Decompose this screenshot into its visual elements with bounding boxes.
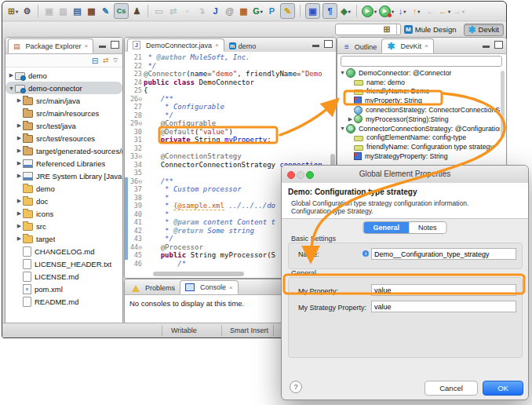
collapse-arrow-icon[interactable]: ▼ bbox=[339, 70, 346, 75]
open-perspective-icon[interactable]: ⊞ bbox=[381, 23, 393, 37]
code-line-30[interactable]: 30 @Default("value") bbox=[125, 128, 336, 137]
expand-arrow-icon[interactable]: ▶ bbox=[16, 198, 23, 204]
my-strategy-property-field[interactable] bbox=[371, 301, 516, 312]
settings-gear-icon[interactable]: ⚙ bbox=[21, 4, 33, 18]
pkg-item-target[interactable]: ▶target bbox=[5, 232, 122, 245]
close-icon[interactable]: × bbox=[425, 42, 428, 49]
pkg-item-referenced-libraries[interactable]: ▶Referenced Libraries bbox=[5, 157, 122, 170]
user-lock-icon[interactable]: ♟ bbox=[131, 4, 143, 18]
profile-icon[interactable]: ▶▾ bbox=[379, 4, 394, 18]
mule-edit-icon[interactable]: ✎ bbox=[100, 4, 111, 18]
tab-outline[interactable]: ≡ Outline bbox=[340, 40, 381, 53]
pkg-item-pom-xml[interactable]: xpom.xml bbox=[5, 283, 122, 295]
pkg-item-src-main-resources[interactable]: src/main/resources bbox=[5, 107, 122, 119]
expand-arrow-icon[interactable]: ▶ bbox=[8, 72, 15, 78]
close-icon[interactable]: × bbox=[229, 284, 233, 291]
dropdown-arrow-icon[interactable]: ▾ bbox=[16, 9, 18, 14]
perspective-devkit[interactable]: ✱ Devkit bbox=[464, 24, 504, 36]
fold-icon[interactable]: ⊖ bbox=[138, 178, 142, 185]
expand-arrow-icon[interactable]: ▶ bbox=[16, 173, 23, 179]
fold-icon[interactable]: ⊖ bbox=[138, 96, 142, 103]
code-line-23[interactable]: 23@Connector(name="demo", friendlyName="… bbox=[125, 70, 336, 78]
ok-button[interactable]: OK bbox=[483, 381, 523, 396]
expand-arrow-icon[interactable]: ▶ bbox=[16, 160, 23, 166]
snapshot-icon[interactable]: ▦ bbox=[86, 4, 97, 18]
annotation-icon[interactable]: @ bbox=[224, 4, 235, 18]
javadoc-icon[interactable]: J bbox=[210, 4, 221, 18]
print-icon[interactable]: ▤ bbox=[71, 4, 83, 18]
dropdown-arrow-icon[interactable]: ▾ bbox=[403, 9, 406, 14]
expand-arrow-icon[interactable]: ▶ bbox=[16, 148, 23, 154]
pkg-item-demo[interactable]: demo bbox=[5, 182, 122, 195]
minimize-icon[interactable] bbox=[312, 45, 319, 47]
tab-package-explorer[interactable]: ▤ Package Explorer × bbox=[8, 38, 93, 53]
highlighter-icon[interactable]: ✎ bbox=[280, 3, 295, 19]
view-menu-icon[interactable]: ▽ bbox=[114, 57, 118, 64]
minimize-icon[interactable] bbox=[483, 46, 490, 48]
devkit-item-myprocessor-string-string[interactable]: ▶myProcessor(String):String bbox=[337, 115, 500, 124]
link-with-editor-icon[interactable]: ⇄ bbox=[103, 57, 109, 64]
devkit-item-friendlyname-configuration-type-strategy[interactable]: friendlyName: Configuration type strateg… bbox=[337, 142, 500, 151]
pkg-item-readme-md[interactable]: README.md bbox=[5, 295, 122, 308]
collapse-all-icon[interactable]: ⊟ bbox=[92, 57, 98, 65]
pkg-item-jre-system-library-java-se-7[interactable]: ▶JRE System Library [Java SE 7 bbox=[5, 170, 122, 182]
devkit-item-connectorconnectionstrategy-configuratio[interactable]: ▼GConnectorConnectionStrategy: @Configur… bbox=[337, 124, 500, 133]
pkg-item-changelog-md[interactable]: CHANGELOG.md bbox=[5, 245, 122, 257]
debug-icon[interactable]: ◆▾ bbox=[340, 4, 352, 18]
tab-devkit[interactable]: ✱ DevKit × bbox=[381, 38, 433, 53]
mark-occurrences-icon[interactable]: ▣ bbox=[305, 3, 320, 19]
expand-arrow-icon[interactable]: ▶ bbox=[16, 97, 23, 104]
tab-demo[interactable]: m demo bbox=[224, 40, 261, 52]
devkit-item-democonnector-connector[interactable]: ▼DemoConnector: @Connector bbox=[337, 68, 500, 78]
code-line-21[interactable]: 21 * @author MuleSoft, Inc. bbox=[125, 53, 336, 62]
expand-arrow-icon[interactable]: ▶ bbox=[16, 235, 23, 242]
devkit-item-configelementname-config-type[interactable]: configElementName: config-type bbox=[337, 133, 500, 143]
dropdown-arrow-icon[interactable]: ▾ bbox=[348, 9, 351, 14]
dropdown-arrow-icon[interactable]: ▾ bbox=[462, 9, 465, 14]
expand-arrow-icon[interactable]: ▶ bbox=[16, 122, 23, 129]
generate-icon[interactable]: G▾ bbox=[252, 4, 264, 18]
pkg-item-target-generated-sources-mule[interactable]: ▶target/generated-sources/mule bbox=[5, 144, 122, 157]
collapse-arrow-icon[interactable]: ▼ bbox=[8, 86, 15, 91]
devkit-item-friendlyname-demo[interactable]: friendlyName: Demo bbox=[337, 87, 500, 97]
devkit-scrollbar-thumb[interactable] bbox=[501, 71, 505, 138]
expand-arrow-icon[interactable]: ▶ bbox=[16, 135, 23, 141]
pkg-item-src-main-java[interactable]: ▶src/main/java bbox=[5, 94, 122, 107]
fold-icon[interactable]: ⊖ bbox=[138, 153, 142, 160]
tab-problems[interactable]: Problems bbox=[127, 282, 180, 294]
code-line-31[interactable]: 31 private String myProperty; bbox=[125, 136, 336, 144]
expand-arrow-icon[interactable]: ▶ bbox=[16, 223, 23, 229]
back-alt-icon[interactable]: ←▾ bbox=[439, 4, 450, 18]
code-line-25[interactable]: 25{ bbox=[125, 86, 336, 95]
code-line-24[interactable]: 24public class DemoConnector bbox=[125, 78, 336, 87]
code-line-32[interactable]: 32 bbox=[125, 144, 336, 153]
devkit-item-mystrategyproperty-string[interactable]: myStrategyProperty: String bbox=[337, 151, 500, 161]
dropdown-arrow-icon[interactable]: ▾ bbox=[374, 9, 377, 14]
expand-arrow-icon[interactable]: ▶ bbox=[347, 116, 354, 122]
devkit-filter-input[interactable] bbox=[341, 56, 502, 67]
name-field[interactable] bbox=[371, 248, 516, 260]
pull-icon[interactable]: ↓▾ bbox=[396, 4, 408, 18]
dialog-titlebar[interactable]: Global Element Properties bbox=[282, 166, 528, 184]
new-wizard-icon[interactable]: ⊞▾ bbox=[7, 4, 19, 18]
tab-console[interactable]: Console × bbox=[180, 280, 239, 294]
maximize-icon[interactable] bbox=[494, 41, 503, 49]
dropdown-arrow-icon[interactable]: ▾ bbox=[448, 9, 450, 14]
minimize-icon[interactable] bbox=[99, 46, 106, 48]
maximize-icon[interactable] bbox=[324, 40, 333, 48]
cs-toggle-icon[interactable]: Cs bbox=[114, 3, 129, 19]
code-line-27[interactable]: 27 * Configurable bbox=[125, 103, 336, 111]
editor-horizontal-scrollbar[interactable] bbox=[153, 272, 244, 276]
help-button[interactable]: ? bbox=[290, 381, 302, 393]
pkg-item-doc[interactable]: ▶doc bbox=[5, 195, 122, 207]
tab-democonnector-java[interactable]: J DemoConnector.java × bbox=[127, 38, 224, 52]
code-line-29[interactable]: 29⊖ @Configurable bbox=[125, 119, 336, 128]
pkg-item-demo[interactable]: ▶demo bbox=[5, 69, 122, 82]
pkg-item-src-test-java[interactable]: ▶src/test/java bbox=[5, 119, 122, 132]
whitespace-icon[interactable]: ¶ bbox=[322, 3, 337, 19]
devkit-item-name-demo[interactable]: name: demo bbox=[337, 78, 500, 87]
my-property-field[interactable] bbox=[371, 284, 516, 296]
pkg-item-icons[interactable]: ▶icons bbox=[5, 207, 122, 220]
devkit-item-myproperty-string[interactable]: myProperty: String bbox=[337, 96, 500, 105]
dropdown-arrow-icon[interactable]: ▾ bbox=[392, 9, 394, 14]
